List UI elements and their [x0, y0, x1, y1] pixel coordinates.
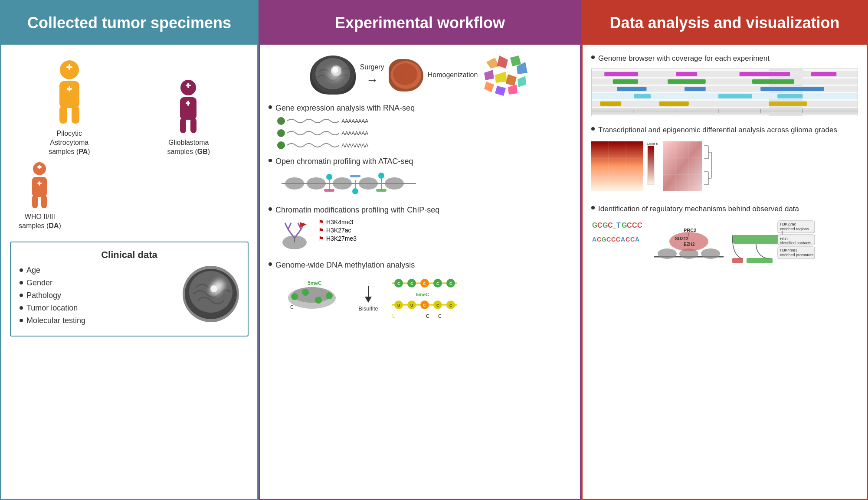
rna-seq-bullet: Gene expression analysis with RNA-seq: [269, 103, 571, 113]
flag-icon: ⚑: [318, 219, 324, 225]
svg-rect-114: [685, 87, 706, 91]
svg-point-72: [302, 289, 309, 296]
svg-rect-123: [769, 101, 807, 106]
svg-marker-42: [484, 82, 494, 92]
svg-point-30: [331, 65, 341, 76]
da-figure: [26, 160, 54, 210]
svg-point-55: [378, 173, 384, 179]
dna-methyl-title: Genome-wide DNA methylation analysis: [275, 260, 415, 270]
dna-methyl-step: Genome-wide DNA methylation analysis: [269, 260, 571, 321]
svg-rect-118: [718, 94, 752, 98]
svg-rect-107: [811, 72, 836, 76]
col2-section: Experimental workflow: [259, 0, 581, 500]
regulatory-title: Identification of regulatory mechanisms …: [598, 204, 799, 214]
transcriptional-title: Transcriptional and epigenomic different…: [598, 125, 837, 135]
svg-text:C: C: [597, 236, 601, 243]
bullet-icon: [20, 306, 23, 310]
da-label: WHO II/IIIsamples (DA): [19, 212, 61, 231]
svg-rect-5: [69, 86, 70, 92]
bullet-icon: [20, 319, 23, 322]
svg-text:C: C: [423, 281, 426, 286]
dna-methyl-visual: 5meC C Bisulfite: [277, 274, 571, 322]
arrow-icon: →: [366, 73, 378, 87]
svg-rect-6: [59, 106, 67, 124]
poly-a-label: AAAAAAAA: [341, 142, 368, 149]
svg-rect-138: [663, 141, 702, 191]
brain-mri-image: [183, 266, 239, 322]
svg-point-33: [393, 63, 417, 85]
genome-browser-title: Genome browser with coverage for each ex…: [598, 53, 770, 64]
green-bead-icon: [277, 141, 285, 149]
fivemec-label: 5meC: [416, 292, 459, 297]
heatmap2-svg: [663, 141, 713, 193]
svg-rect-3: [59, 81, 79, 108]
col3-header: Data analysis and visualization: [583, 1, 867, 45]
regulatory-bullet: Identification of regulatory mechanisms …: [591, 204, 858, 214]
svg-text:_: _: [613, 223, 616, 229]
svg-point-73: [315, 297, 322, 304]
brain-mri-wf: [310, 56, 356, 95]
rna-row-3: AAAAAAAA: [277, 141, 571, 150]
methyl-row2-svg: U U C C C: [390, 299, 459, 311]
col3-body: Genome browser with coverage for each ex…: [583, 45, 867, 499]
svg-point-50: [385, 177, 404, 190]
brain-mri-svg: [183, 266, 239, 322]
atac-seq-bullet: Open chromatin profiling with ATAC-seq: [269, 157, 571, 167]
svg-rect-117: [634, 94, 651, 98]
genome-browser-item: Genome browser with coverage for each ex…: [591, 53, 858, 116]
svg-text:C: C: [290, 304, 294, 310]
svg-text:C: C: [616, 236, 620, 243]
rna-seq-visual: AAAAAAAA AAAAAAAA: [277, 117, 571, 150]
svg-text:A: A: [592, 236, 596, 243]
svg-line-64: [285, 223, 288, 229]
svg-text:C: C: [611, 236, 616, 243]
svg-text:C: C: [423, 303, 426, 307]
svg-rect-18: [39, 165, 40, 169]
tissue-fragment-container: [389, 59, 423, 92]
clinical-item-tumor-location: Tumor location: [20, 304, 176, 313]
regulatory-item: Identification of regulatory mechanisms …: [591, 204, 858, 270]
svg-rect-15: [190, 118, 197, 133]
svg-rect-121: [600, 101, 621, 106]
svg-marker-44: [508, 85, 518, 95]
bisulfite-label: Bisulfite: [358, 305, 378, 312]
svg-text:C: C: [608, 222, 613, 229]
brain-mri-wf-container: [310, 56, 356, 95]
svg-rect-58: [350, 175, 360, 177]
col2-header: Experimental workflow: [260, 1, 580, 45]
clinical-box: Clinical data Age Gender Pat: [10, 242, 249, 337]
svg-text:G: G: [622, 222, 627, 229]
svg-text:C: C: [637, 222, 642, 229]
svg-text:Color Key: Color Key: [647, 142, 658, 146]
transcriptional-bullet: Transcriptional and epigenomic different…: [591, 125, 858, 135]
flag-icon: ⚑: [318, 235, 324, 242]
svg-rect-120: [592, 101, 858, 107]
svg-text:C: C: [436, 281, 439, 286]
homogenized-tissue: [482, 53, 530, 97]
clinical-item-molecular: Molecular testing: [20, 316, 176, 325]
svg-point-49: [359, 177, 378, 190]
svg-text:C: C: [449, 281, 452, 286]
methyl-left-svg: 5meC C: [277, 274, 347, 322]
pa-label: PilocyticAstrocytomasamples (PA): [49, 129, 90, 156]
col1-title: Collected tumor specimens: [27, 14, 231, 32]
col2-title: Experimental workflow: [335, 14, 505, 32]
svg-rect-11: [180, 97, 197, 120]
svg-marker-36: [510, 56, 521, 66]
rna-row-1: AAAAAAAA: [277, 117, 571, 125]
methyl-row-top: C C C C C: [390, 277, 459, 289]
svg-text:5meC: 5meC: [308, 280, 322, 286]
brain-scan-svg: [310, 56, 356, 95]
chip-seq-step: Chromatin modifications profiling with C…: [269, 205, 571, 253]
bullet-icon: [20, 268, 23, 272]
svg-point-53: [352, 188, 358, 194]
svg-point-71: [291, 293, 298, 300]
enrichment-labels: H3K27ac enriched regions H3K4me3 enriche…: [730, 220, 817, 269]
svg-text:U: U: [410, 303, 413, 307]
svg-text:C: C: [436, 303, 439, 307]
prc2-complex: SUZ12 EZH2 PRC2: [654, 220, 724, 265]
svg-text:C: C: [627, 222, 632, 229]
chromatin-svg: [277, 170, 425, 196]
svg-rect-21: [39, 181, 40, 186]
green-bead-icon: [277, 129, 285, 137]
